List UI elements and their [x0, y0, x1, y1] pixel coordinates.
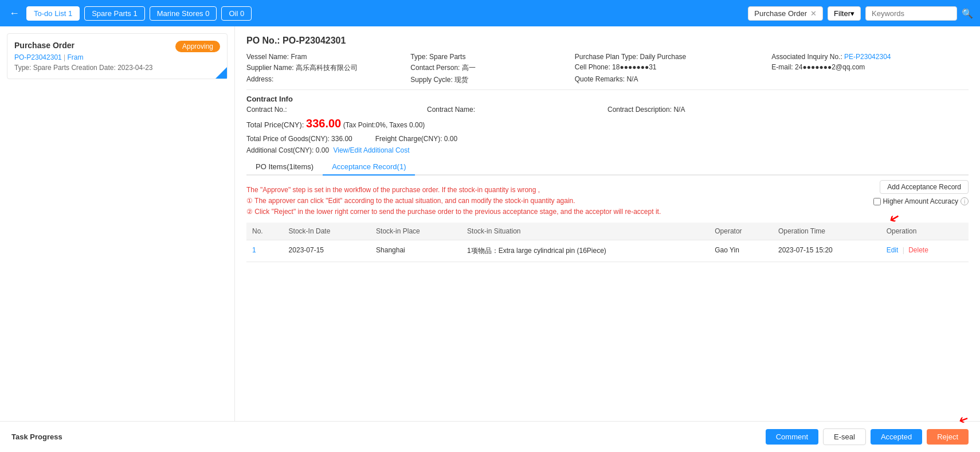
- po-card-creation-date: 2023-04-23: [117, 64, 152, 72]
- cell-stock-in-place: Shanghai: [370, 240, 461, 262]
- keyword-input[interactable]: [865, 6, 957, 21]
- add-acceptance-record-button[interactable]: Add Acceptance Record: [880, 180, 969, 194]
- email-label: E-mail:: [771, 63, 793, 71]
- supplier-info: Supplier Name: 高乐高科技有限公司: [246, 63, 410, 73]
- freight-label: Freight Charge(CNY):: [375, 135, 442, 143]
- right-panel: PO No.: PO-P23042301 Vessel Name: Fram T…: [235, 26, 980, 421]
- assoc-inquiry-value[interactable]: PE-P23042304: [844, 53, 891, 61]
- empty-info: [771, 75, 969, 85]
- acceptance-table: No. Stock-In Date Stock-in Place Stock-i…: [246, 223, 969, 262]
- higher-accuracy-checkbox[interactable]: [873, 198, 881, 205]
- col-stock-in-situation: Stock-in Situation: [461, 223, 709, 240]
- row-no-value[interactable]: 1: [252, 246, 256, 254]
- po-tag: Purchase Order ✕: [748, 6, 823, 21]
- contract-no-label: Contract No.:: [246, 106, 287, 114]
- bottom-bar: Task Progress Comment E-seal Accepted ➔ …: [0, 421, 980, 452]
- task-progress-label: Task Progress: [11, 432, 62, 441]
- po-card-meta: Type: Spare Parts Creation Date: 2023-04…: [14, 64, 220, 72]
- po-card-link-no[interactable]: PO-P23042301: [14, 53, 62, 61]
- table-section: ➔ No. Stock-In Date Stock-in Place Stock…: [246, 223, 969, 262]
- additional-cost-row: Additional Cost(CNY): 0.00 View/Edit Add…: [246, 146, 969, 154]
- contract-name-label: Contract Name:: [427, 106, 475, 114]
- higher-accuracy-row: Higher Amount Accuracy i: [873, 197, 969, 205]
- tabs-row: PO Items(1items) Acceptance Record(1): [246, 159, 969, 176]
- po-card-link-supplier[interactable]: Fram: [68, 53, 84, 61]
- tax-point-label: (Tax Point:0%, Taxes 0.00): [343, 121, 425, 129]
- edit-link[interactable]: Edit: [887, 246, 899, 254]
- col-operator: Operator: [709, 223, 773, 240]
- cell-stock-in-date: 2023-07-15: [283, 240, 370, 262]
- po-card-corner-indicator: [215, 67, 227, 79]
- cell-no: 1: [246, 240, 283, 262]
- quote-remarks-info: Quote Remarks: N/A: [575, 75, 772, 85]
- tab-po-items[interactable]: PO Items(1items): [246, 159, 323, 176]
- po-number-title: PO No.: PO-P23042301: [246, 36, 969, 46]
- col-stock-in-date: Stock-In Date: [283, 223, 370, 240]
- cell-phone-info: Cell Phone: 18●●●●●●●31: [575, 63, 772, 73]
- type-value: Spare Parts: [429, 53, 465, 61]
- acceptance-controls: Add Acceptance Record Higher Amount Accu…: [873, 180, 969, 205]
- info-message-text: The "Approve" step is set in the workflo…: [246, 186, 661, 216]
- cell-stock-in-situation: 1项物品：Extra large cylindrical pin (16Piec…: [461, 240, 709, 262]
- po-card-type-value: Spare Parts: [33, 64, 69, 72]
- tab-oil[interactable]: Oil 0: [221, 6, 252, 21]
- supplier-label: Supplier Name:: [246, 64, 294, 72]
- main-layout: Purchase Order Approving PO-P23042301 | …: [0, 26, 980, 421]
- eseal-button[interactable]: E-seal: [823, 428, 866, 445]
- tab-acceptance-record[interactable]: Acceptance Record(1): [323, 159, 415, 176]
- purchase-plan-value: Daily Purchase: [640, 53, 687, 61]
- vessel-label: Vessel Name:: [246, 53, 289, 61]
- top-bar: ← To-do List 1 Spare Parts 1 Marine Stor…: [0, 0, 980, 26]
- vessel-info: Vessel Name: Fram: [246, 53, 410, 61]
- assoc-inquiry-info: Associated Inquiry No.: PE-P23042304: [771, 53, 969, 61]
- tab-todo-list[interactable]: To-do List 1: [26, 6, 80, 21]
- freight-value: 0.00: [444, 135, 457, 143]
- address-info: Address:: [246, 75, 410, 85]
- po-card[interactable]: Purchase Order Approving PO-P23042301 | …: [7, 33, 228, 79]
- total-goods-row: Total Price of Goods(CNY): 336.00: [246, 135, 352, 143]
- total-price-row: Total Price(CNY): 336.00 (Tax Point:0%, …: [246, 117, 969, 130]
- contact-value: 高一: [462, 64, 476, 72]
- contact-label: Contact Person:: [410, 64, 460, 72]
- col-no: No.: [246, 223, 283, 240]
- contact-info: Contact Person: 高一: [410, 63, 574, 73]
- reject-button[interactable]: Reject: [927, 429, 969, 445]
- view-edit-additional-link[interactable]: View/Edit Additional Cost: [333, 146, 409, 154]
- bottom-bar-right: Comment E-seal Accepted ➔ Reject: [766, 428, 969, 445]
- contract-desc-value: N/A: [673, 106, 685, 114]
- supply-cycle-info: Supply Cycle: 现货: [410, 75, 574, 85]
- search-icon[interactable]: 🔍: [962, 8, 973, 19]
- accepted-button[interactable]: Accepted: [871, 429, 922, 445]
- comment-button[interactable]: Comment: [766, 429, 818, 445]
- delete-link[interactable]: Delete: [908, 246, 928, 254]
- purchase-plan-label: Purchase Plan Type:: [575, 53, 638, 61]
- supply-cycle-value: 现货: [454, 76, 468, 84]
- po-tag-close[interactable]: ✕: [810, 9, 817, 18]
- info-icon: i: [961, 197, 969, 205]
- contract-desc-info: Contract Description: N/A: [607, 106, 969, 114]
- info-section-1: Vessel Name: Fram Type: Spare Parts Purc…: [246, 53, 969, 85]
- approving-badge: Approving: [175, 41, 220, 52]
- type-label: Type:: [410, 53, 427, 61]
- tab-spare-parts[interactable]: Spare Parts 1: [84, 6, 145, 21]
- col-stock-in-place: Stock-in Place: [370, 223, 461, 240]
- cell-operation: Edit | Delete: [881, 240, 969, 262]
- total-price-value: 336.00: [306, 117, 341, 130]
- table-row: 1 2023-07-15 Shanghai 1项物品：Extra large c…: [246, 240, 969, 262]
- filter-button[interactable]: Filter▾: [828, 6, 861, 21]
- contract-name-info: Contract Name:: [427, 106, 607, 114]
- tab-marine-stores[interactable]: Marine Stores 0: [150, 6, 217, 21]
- cell-phone-label: Cell Phone:: [575, 63, 610, 71]
- po-tag-label: Purchase Order: [754, 9, 807, 18]
- email-info: E-mail: 24●●●●●●●2@qq.com: [771, 63, 969, 73]
- address-label: Address:: [246, 75, 273, 83]
- assoc-inquiry-label: Associated Inquiry No.:: [771, 53, 844, 61]
- top-bar-right: Purchase Order ✕ Filter▾ 🔍: [748, 6, 973, 21]
- contract-no-info: Contract No.:: [246, 106, 427, 114]
- info-message: The "Approve" step is set in the workflo…: [246, 185, 864, 218]
- cell-operation-time: 2023-07-15 15:20: [773, 240, 881, 262]
- cell-operator: Gao Yin: [709, 240, 773, 262]
- back-button[interactable]: ←: [7, 7, 22, 20]
- col-operation-time: Operation Time: [773, 223, 881, 240]
- quote-remarks-value: N/A: [626, 75, 638, 83]
